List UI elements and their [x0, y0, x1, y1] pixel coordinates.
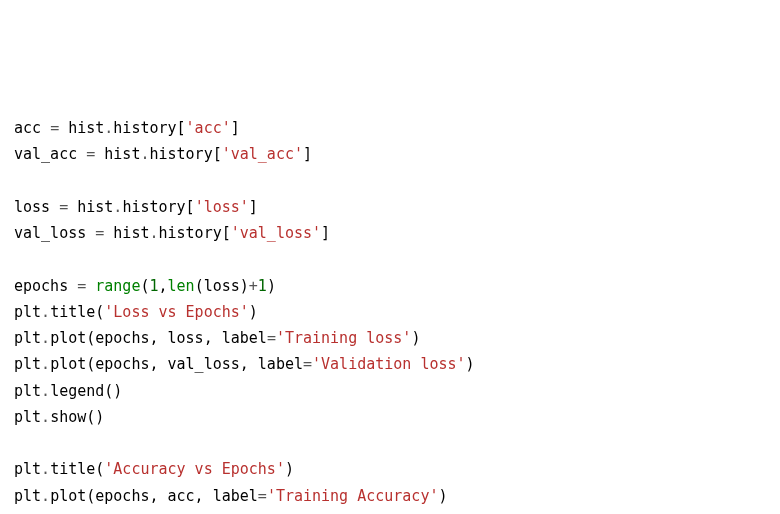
- code-line: epochs = range(1,len(loss)+1): [14, 273, 766, 299]
- code-token: ]: [321, 224, 330, 242]
- code-token: hist: [59, 119, 104, 137]
- code-token: ): [249, 303, 258, 321]
- code-token: title(: [50, 303, 104, 321]
- code-token: =: [50, 119, 59, 137]
- code-token: ,: [159, 277, 168, 295]
- code-line: [14, 430, 766, 456]
- code-token: history[: [159, 224, 231, 242]
- code-token: plot(epochs, acc, label: [50, 487, 258, 505]
- code-token: history[: [122, 198, 194, 216]
- code-token: history[: [149, 145, 221, 163]
- code-line: plt.plot(epochs, val_acc, label='Validat…: [14, 509, 766, 514]
- code-token: .: [41, 408, 50, 426]
- code-token: .: [41, 329, 50, 347]
- code-line: val_acc = hist.history['val_acc']: [14, 141, 766, 167]
- code-block: acc = hist.history['acc']val_acc = hist.…: [14, 115, 766, 514]
- code-token: plot(epochs, loss, label: [50, 329, 267, 347]
- code-token: 'Training Accuracy': [267, 487, 439, 505]
- code-token: [86, 277, 95, 295]
- code-line: plt.title('Loss vs Epochs'): [14, 299, 766, 325]
- code-token: ): [438, 487, 447, 505]
- code-token: =: [267, 329, 276, 347]
- code-token: 'loss': [195, 198, 249, 216]
- code-token: show(): [50, 408, 104, 426]
- code-token: epochs: [14, 277, 77, 295]
- code-token: .: [41, 303, 50, 321]
- code-token: 1: [258, 277, 267, 295]
- code-line: plt.plot(epochs, acc, label='Training Ac…: [14, 483, 766, 509]
- code-token: 'Validation loss': [312, 355, 466, 373]
- code-token: ): [285, 460, 294, 478]
- code-token: [14, 434, 23, 452]
- code-token: ): [411, 329, 420, 347]
- code-token: =: [86, 145, 95, 163]
- code-token: len: [168, 277, 195, 295]
- code-token: (loss): [195, 277, 249, 295]
- code-line: [14, 246, 766, 272]
- code-token: range: [95, 277, 140, 295]
- code-token: +: [249, 277, 258, 295]
- code-token: hist: [104, 224, 149, 242]
- code-line: plt.plot(epochs, val_loss, label='Valida…: [14, 351, 766, 377]
- code-token: ): [466, 355, 475, 373]
- code-line: loss = hist.history['loss']: [14, 194, 766, 220]
- code-token: =: [77, 277, 86, 295]
- code-token: ]: [249, 198, 258, 216]
- code-token: 'acc': [186, 119, 231, 137]
- code-token: 'val_acc': [222, 145, 303, 163]
- code-token: title(: [50, 460, 104, 478]
- code-token: loss: [14, 198, 59, 216]
- code-token: 'Training loss': [276, 329, 411, 347]
- code-token: plt: [14, 382, 41, 400]
- code-token: =: [59, 198, 68, 216]
- code-token: .: [41, 460, 50, 478]
- code-line: val_loss = hist.history['val_loss']: [14, 220, 766, 246]
- code-token: plt: [14, 408, 41, 426]
- code-token: ]: [303, 145, 312, 163]
- code-token: plt: [14, 460, 41, 478]
- code-line: plt.show(): [14, 404, 766, 430]
- code-token: 'Accuracy vs Epochs': [104, 460, 285, 478]
- code-token: plt: [14, 487, 41, 505]
- code-line: plt.legend(): [14, 378, 766, 404]
- code-token: plt: [14, 303, 41, 321]
- code-token: =: [303, 355, 312, 373]
- code-token: val_acc: [14, 145, 86, 163]
- code-token: ): [267, 277, 276, 295]
- code-line: [14, 168, 766, 194]
- code-token: [14, 250, 23, 268]
- code-token: .: [41, 382, 50, 400]
- code-token: hist: [95, 145, 140, 163]
- code-token: =: [258, 487, 267, 505]
- code-line: plt.title('Accuracy vs Epochs'): [14, 456, 766, 482]
- code-token: 1: [149, 277, 158, 295]
- code-token: plot(epochs, val_loss, label: [50, 355, 303, 373]
- code-line: plt.plot(epochs, loss, label='Training l…: [14, 325, 766, 351]
- code-token: ]: [231, 119, 240, 137]
- code-token: 'val_loss': [231, 224, 321, 242]
- code-line: acc = hist.history['acc']: [14, 115, 766, 141]
- code-token: plt: [14, 355, 41, 373]
- code-token: val_loss: [14, 224, 95, 242]
- code-token: [14, 172, 23, 190]
- code-token: .: [41, 355, 50, 373]
- code-token: acc: [14, 119, 50, 137]
- code-token: plt: [14, 329, 41, 347]
- code-token: .: [149, 224, 158, 242]
- code-token: legend(): [50, 382, 122, 400]
- code-token: 'Loss vs Epochs': [104, 303, 249, 321]
- code-token: hist: [68, 198, 113, 216]
- code-token: =: [95, 224, 104, 242]
- code-token: .: [41, 487, 50, 505]
- code-token: .: [104, 119, 113, 137]
- code-token: history[: [113, 119, 185, 137]
